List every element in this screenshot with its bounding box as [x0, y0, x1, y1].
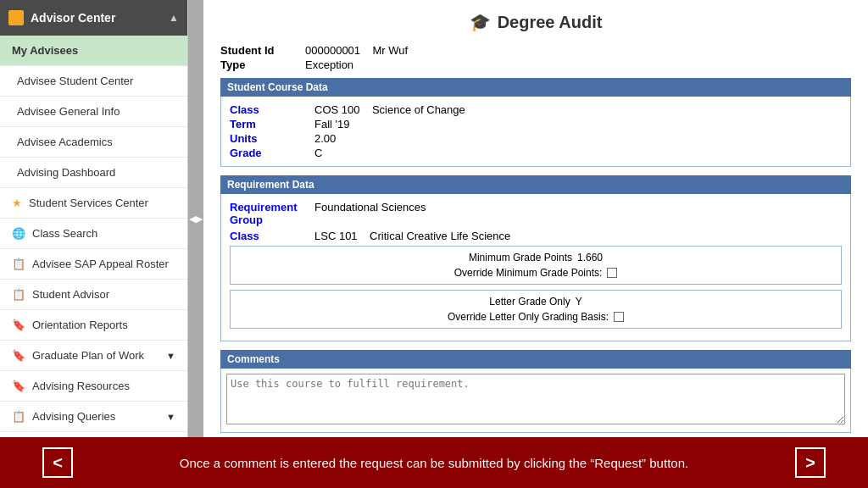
override-min-label: Override Minimum Grade Points: — [454, 267, 603, 279]
student-advisor-label: Student Advisor — [32, 288, 109, 301]
letter-grade-box: Letter Grade Only Y Override Letter Only… — [230, 290, 842, 329]
content-area: 🎓 Degree Audit Student Id 000000001 Mr W… — [203, 0, 868, 437]
min-grade-box: Minimum Grade Points 1.660 Override Mini… — [230, 246, 842, 285]
page-title: 🎓 Degree Audit — [220, 12, 851, 32]
student-course-header: Student Course Data — [220, 78, 851, 97]
override-min-row: Override Minimum Grade Points: — [239, 267, 832, 279]
req-class-row: Class LSC 101 Critical Creative Life Sci… — [230, 230, 842, 242]
class-label: Class — [230, 103, 306, 116]
type-label: Type — [220, 58, 297, 71]
units-label: Units — [230, 132, 306, 145]
override-letter-row: Override Letter Only Grading Basis: — [239, 311, 832, 323]
page-title-text: Degree Audit — [498, 13, 603, 32]
sidebar-item-advisee-general-info[interactable]: Advisee General Info — [0, 97, 187, 127]
sidebar-item-advising-queries[interactable]: 📋 Advising Queries ▼ — [0, 402, 187, 432]
letter-grade-label: Letter Grade Only — [489, 296, 570, 308]
queries-chevron-icon: ▼ — [166, 412, 175, 422]
student-info: Student Id 000000001 Mr Wuf Type Excepti… — [220, 44, 851, 71]
sidebar: Advisor Center ▲ My Advisees Advisee Stu… — [0, 0, 188, 437]
bookmark-icon-grad: 🔖 — [12, 349, 25, 362]
advisee-student-center-label: Advisee Student Center — [17, 75, 133, 87]
req-group-row: Requirement Group Foundational Sciences — [230, 201, 842, 226]
advisee-sap-label: Advisee SAP Appeal Roster — [32, 258, 169, 270]
term-label: Term — [230, 118, 306, 130]
student-services-center-label: Student Services Center — [29, 197, 148, 209]
sidebar-header: Advisor Center ▲ — [0, 0, 187, 36]
req-group-value: Foundational Sciences — [314, 201, 842, 226]
star-icon: ★ — [12, 197, 22, 209]
units-value: 2.00 — [314, 132, 842, 145]
override-letter-checkbox[interactable] — [614, 312, 624, 322]
comments-textarea[interactable] — [226, 374, 845, 424]
sidebar-header-title: Advisor Center — [31, 11, 115, 25]
sidebar-item-advisee-student-center[interactable]: Advisee Student Center — [0, 66, 187, 97]
next-button[interactable]: > — [795, 447, 826, 478]
prev-button[interactable]: < — [42, 447, 73, 478]
comments-header: Comments — [220, 350, 851, 369]
course-info-grid: Class COS 100 Science of Change Term Fal… — [230, 103, 842, 159]
sidebar-chevron-icon[interactable]: ▲ — [169, 12, 179, 24]
sidebar-item-advisee-sap[interactable]: 📋 Advisee SAP Appeal Roster — [0, 249, 187, 280]
sidebar-item-advisee-academics[interactable]: Advisee Academics — [0, 127, 187, 158]
comments-body — [220, 369, 851, 433]
student-id-value: 000000001 Mr Wuf — [305, 44, 851, 57]
sidebar-item-orientation-reports[interactable]: 🔖 Orientation Reports — [0, 310, 187, 341]
min-grade-value: 1.660 — [577, 252, 603, 263]
min-grade-label: Minimum Grade Points — [469, 252, 572, 263]
globe-icon: 🌐 — [12, 227, 25, 240]
sidebar-item-class-search[interactable]: 🌐 Class Search — [0, 219, 187, 249]
bottom-bar: < Once a comment is entered the request … — [0, 437, 868, 488]
type-value: Exception — [305, 58, 851, 71]
bottom-bar-message: Once a comment is entered the request ca… — [73, 456, 795, 470]
orientation-reports-label: Orientation Reports — [32, 319, 128, 331]
sidebar-item-graduate-plan[interactable]: 🔖 Graduate Plan of Work ▼ — [0, 341, 187, 371]
advisor-center-icon — [8, 10, 24, 25]
my-advisees-label: My Advisees — [12, 44, 78, 57]
grade-label: Grade — [230, 147, 306, 159]
class-search-label: Class Search — [32, 227, 97, 240]
sidebar-item-student-services-center[interactable]: ★ Student Services Center — [0, 188, 187, 219]
req-class-label: Class — [230, 230, 306, 242]
min-grade-row: Minimum Grade Points 1.660 — [239, 252, 832, 263]
student-id-label: Student Id — [220, 44, 297, 57]
letter-grade-row: Letter Grade Only Y — [239, 296, 832, 308]
grade-value: C — [314, 147, 842, 159]
requirement-body: Requirement Group Foundational Sciences … — [220, 194, 851, 341]
sidebar-collapse-button[interactable]: ◀▶ — [188, 0, 203, 437]
list-icon-advisor: 📋 — [12, 288, 25, 301]
bookmark-icon-orient: 🔖 — [12, 319, 25, 331]
requirement-header: Requirement Data — [220, 175, 851, 194]
sidebar-item-my-advisees[interactable]: My Advisees — [0, 36, 187, 66]
advisee-academics-label: Advisee Academics — [17, 136, 113, 148]
class-value: COS 100 Science of Change — [314, 103, 842, 116]
advising-queries-label: Advising Queries — [32, 410, 115, 423]
term-value: Fall '19 — [314, 118, 842, 130]
student-course-body: Class COS 100 Science of Change Term Fal… — [220, 97, 851, 167]
req-class-value: LSC 101 Critical Creative Life Science — [314, 230, 842, 242]
advising-dashboard-label: Advising Dashboard — [17, 166, 115, 179]
advisee-general-info-label: Advisee General Info — [17, 105, 120, 118]
degree-audit-icon: 🎓 — [470, 12, 491, 32]
sidebar-item-advising-resources[interactable]: 🔖 Advising Resources — [0, 371, 187, 402]
bookmark-icon-resources: 🔖 — [12, 380, 25, 392]
override-min-checkbox[interactable] — [607, 268, 617, 278]
sidebar-item-advising-dashboard[interactable]: Advising Dashboard — [0, 158, 187, 188]
req-group-label: Requirement Group — [230, 201, 306, 226]
letter-grade-value: Y — [576, 296, 582, 308]
list-icon-sap: 📋 — [12, 258, 25, 270]
sidebar-item-student-advisor[interactable]: 📋 Student Advisor — [0, 280, 187, 310]
main-container: Advisor Center ▲ My Advisees Advisee Stu… — [0, 0, 868, 437]
list-icon-queries: 📋 — [12, 410, 25, 423]
graduate-plan-label: Graduate Plan of Work — [32, 349, 144, 362]
grad-chevron-icon: ▼ — [166, 351, 175, 361]
override-letter-label: Override Letter Only Grading Basis: — [448, 311, 609, 323]
advising-resources-label: Advising Resources — [32, 380, 130, 392]
